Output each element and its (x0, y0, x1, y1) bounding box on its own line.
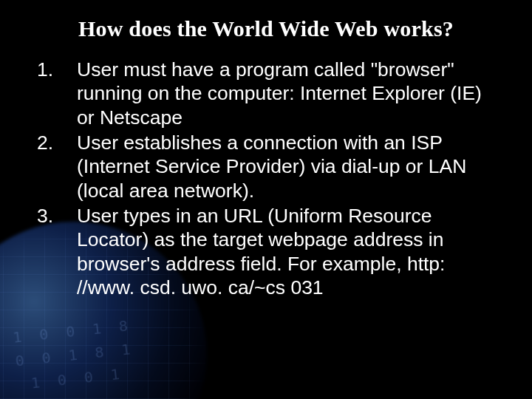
slide-title: How does the World Wide Web works? (33, 16, 499, 41)
numbered-list: User must have a program called "browser… (33, 58, 499, 299)
list-item-text: User must have a program called "browser… (77, 58, 482, 129)
list-item: User types in an URL (Uniform Resource L… (33, 204, 499, 299)
slide-content: How does the World Wide Web works? User … (0, 0, 532, 299)
list-item-text: User types in an URL (Uniform Resource L… (77, 205, 445, 299)
list-item: User establishes a connection with an IS… (33, 131, 499, 202)
list-item: User must have a program called "browser… (33, 58, 499, 129)
list-item-text: User establishes a connection with an IS… (77, 132, 466, 202)
